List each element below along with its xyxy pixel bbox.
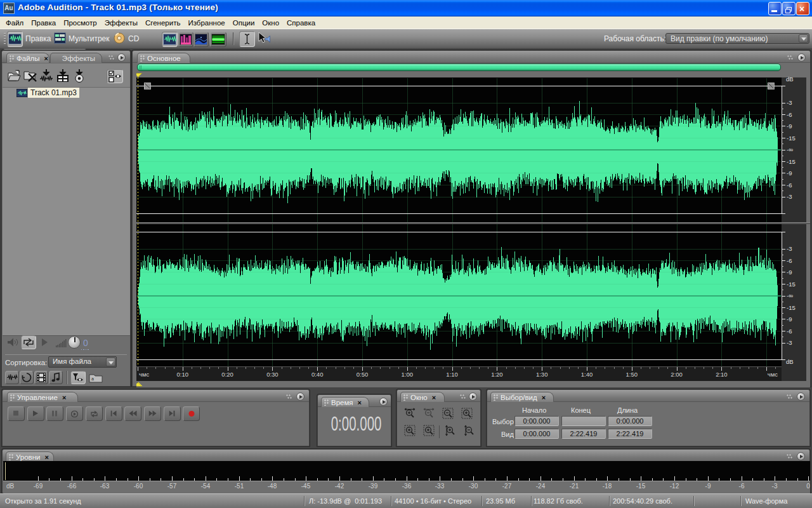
svg-text:-9: -9: [787, 316, 792, 323]
svg-text:-69: -69: [34, 483, 43, 490]
svg-text:1:10: 1:10: [446, 371, 458, 378]
svg-text:-21: -21: [570, 483, 579, 490]
svg-text:0:40: 0:40: [311, 371, 324, 378]
svg-text:-9: -9: [787, 123, 792, 130]
svg-text:-∞: -∞: [787, 146, 793, 153]
svg-text:-66: -66: [67, 483, 77, 490]
svg-text:1:00: 1:00: [402, 371, 414, 378]
svg-text:чмс: чмс: [139, 371, 149, 378]
svg-text:-∞: -∞: [787, 292, 793, 299]
svg-text:-6: -6: [787, 111, 792, 118]
svg-text:-30: -30: [469, 483, 478, 490]
svg-text:0:50: 0:50: [357, 371, 369, 378]
svg-text:чмс: чмс: [768, 371, 778, 378]
svg-text:-15: -15: [787, 304, 796, 311]
svg-text:-3: -3: [787, 245, 792, 252]
svg-text:-33: -33: [435, 483, 445, 490]
svg-text:1:30: 1:30: [536, 371, 548, 378]
svg-text:0: 0: [806, 483, 810, 490]
svg-text:-63: -63: [100, 483, 110, 490]
svg-text:-54: -54: [201, 483, 211, 490]
svg-text:dB: dB: [786, 76, 794, 83]
svg-text:-51: -51: [235, 483, 244, 490]
svg-text:-6: -6: [787, 328, 792, 335]
svg-text:0:30: 0:30: [266, 371, 278, 378]
svg-text:-48: -48: [268, 483, 277, 490]
svg-text:-15: -15: [636, 483, 646, 490]
svg-text:-6: -6: [787, 182, 792, 189]
svg-text:-3: -3: [787, 193, 792, 200]
svg-text:-9: -9: [787, 170, 792, 177]
svg-text:-27: -27: [502, 483, 512, 490]
svg-text:-6: -6: [787, 257, 792, 264]
svg-text:2:00: 2:00: [671, 371, 683, 378]
svg-text:-24: -24: [536, 483, 546, 490]
svg-text:-45: -45: [301, 483, 311, 490]
svg-text:-15: -15: [787, 135, 796, 142]
svg-text:-15: -15: [787, 281, 796, 288]
svg-text:a: a: [91, 377, 94, 381]
svg-text:-39: -39: [369, 483, 378, 490]
svg-text:-42: -42: [335, 483, 344, 490]
svg-text:-6: -6: [739, 483, 745, 490]
svg-text:-15: -15: [787, 158, 796, 165]
svg-text:1:40: 1:40: [581, 371, 593, 378]
svg-text:-9: -9: [705, 483, 711, 490]
svg-text:0:10: 0:10: [177, 371, 189, 378]
svg-text:dB: dB: [6, 483, 15, 490]
svg-text:-12: -12: [670, 483, 679, 490]
svg-text:-3: -3: [787, 339, 792, 346]
svg-text:-60: -60: [134, 483, 143, 490]
svg-text:-3: -3: [772, 483, 778, 490]
svg-text:-36: -36: [402, 483, 412, 490]
svg-text:1:20: 1:20: [491, 371, 503, 378]
svg-text:2:10: 2:10: [716, 371, 728, 378]
svg-text:-9: -9: [787, 269, 792, 276]
svg-text:-57: -57: [167, 483, 177, 490]
svg-text:0:20: 0:20: [221, 371, 233, 378]
svg-text:-18: -18: [603, 483, 612, 490]
svg-text:1:50: 1:50: [626, 371, 638, 378]
svg-text:dB: dB: [786, 358, 794, 365]
svg-text:-3: -3: [787, 99, 792, 106]
